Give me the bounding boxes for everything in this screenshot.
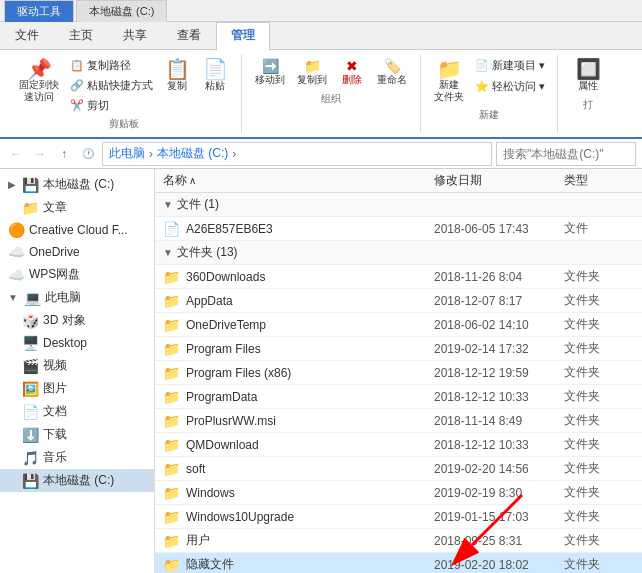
copy-to-label: 复制到 [297, 73, 327, 87]
folder-row-8[interactable]: 📁soft2019-02-20 14:56文件夹 [155, 457, 642, 481]
new-item-button[interactable]: 📄 新建项目 ▾ [471, 56, 549, 75]
folder-name-3: Program Files [186, 342, 434, 356]
path-computer[interactable]: 此电脑 [109, 145, 145, 162]
cut-button[interactable]: ✂️ 剪切 [66, 96, 157, 115]
folder-date-1: 2018-12-07 8:17 [434, 294, 564, 308]
folder-date-2: 2018-06-02 14:10 [434, 318, 564, 332]
folder-name-8: soft [186, 462, 434, 476]
tab-share[interactable]: 共享 [108, 22, 162, 49]
sidebar-item-pictures[interactable]: 🖼️ 图片 [0, 377, 154, 400]
tab-file[interactable]: 文件 [0, 22, 54, 49]
folder-row-2[interactable]: 📁OneDriveTemp2018-06-02 14:10文件夹 [155, 313, 642, 337]
copy-path-button[interactable]: 📋 复制路径 [66, 56, 157, 75]
search-input[interactable] [496, 142, 636, 166]
folder-row-6[interactable]: 📁ProPlusrWW.msi2018-11-14 8:49文件夹 [155, 409, 642, 433]
up-button[interactable]: ↑ [54, 144, 74, 164]
folder-icon-2: 📁 [163, 317, 180, 333]
new-folder-button[interactable]: 📁 新建文件夹 [429, 56, 469, 106]
music-icon: 🎵 [22, 450, 39, 466]
sidebar-item-creative-cloud[interactable]: 🟠 Creative Cloud F... [0, 219, 154, 241]
folder-row-11[interactable]: 📁用户2018-09-25 8:31文件夹 [155, 529, 642, 553]
sidebar-item-c-drive[interactable]: 💾 本地磁盘 (C:) [0, 469, 154, 492]
new-label: 新建 [479, 108, 499, 122]
pin-icon: 📌 [27, 59, 52, 79]
sidebar-label-6: 3D 对象 [43, 312, 86, 329]
sidebar-item-music[interactable]: 🎵 音乐 [0, 446, 154, 469]
creative-cloud-icon: 🟠 [8, 222, 25, 238]
folder-row-10[interactable]: 📁Windows10Upgrade2019-01-15 17:03文件夹 [155, 505, 642, 529]
paste-button[interactable]: 📄 粘贴 [197, 56, 233, 115]
copy-button[interactable]: 📋 复制 [159, 56, 195, 115]
paste-shortcut-button[interactable]: 🔗 粘贴快捷方式 [66, 76, 157, 95]
folder-row-7[interactable]: 📁QMDownload2018-12-12 10:33文件夹 [155, 433, 642, 457]
section-label-files: 文件 (1) [177, 196, 219, 213]
downloads-icon: ⬇️ [22, 427, 39, 443]
file-row-0[interactable]: 📄 A26E857EB6E3 2018-06-05 17:43 文件 [155, 217, 642, 241]
folder-type-2: 文件夹 [564, 316, 634, 333]
open-label: 打 [583, 98, 593, 112]
expand-icon-0: ▶ [8, 179, 16, 190]
delete-button[interactable]: ✖ 删除 [334, 56, 370, 90]
folder-name-12: 隐藏文件 [186, 556, 434, 573]
col-date-header[interactable]: 修改日期 [434, 172, 564, 189]
folder-row-3[interactable]: 📁Program Files2019-02-14 17:32文件夹 [155, 337, 642, 361]
easy-access-icon: ⭐ [475, 80, 489, 93]
sidebar-item-local-disk[interactable]: ▶ 💾 本地磁盘 (C:) [0, 173, 154, 196]
folder-row-1[interactable]: 📁AppData2018-12-07 8:17文件夹 [155, 289, 642, 313]
sidebar-item-downloads[interactable]: ⬇️ 下载 [0, 423, 154, 446]
folder-type-12: 文件夹 [564, 556, 634, 573]
folder-icon-0: 📁 [163, 269, 180, 285]
ribbon-group-new: 📁 新建文件夹 📄 新建项目 ▾ ⭐ 轻松访问 ▾ 新建 [421, 54, 558, 133]
col-name-header[interactable]: 名称 ∧ [163, 172, 434, 189]
recent-button[interactable]: 🕐 [78, 144, 98, 164]
section-header-folders[interactable]: ▼ 文件夹 (13) [155, 241, 642, 265]
documents-icon: 📄 [22, 404, 39, 420]
section-label-folders: 文件夹 (13) [177, 244, 238, 261]
folder-row-0[interactable]: 📁360Downloads2018-11-26 8:04文件夹 [155, 265, 642, 289]
sidebar-item-this-pc[interactable]: ▼ 💻 此电脑 [0, 286, 154, 309]
folder-row-12[interactable]: 📁隐藏文件2019-02-20 18:02文件夹 [155, 553, 642, 573]
sidebar-label-8: 视频 [43, 357, 67, 374]
forward-button[interactable]: → [30, 144, 50, 164]
back-button[interactable]: ← [6, 144, 26, 164]
folder-row-9[interactable]: 📁Windows2019-02-19 8:30文件夹 [155, 481, 642, 505]
folder-name-2: OneDriveTemp [186, 318, 434, 332]
sidebar-item-3d[interactable]: 🎲 3D 对象 [0, 309, 154, 332]
rename-button[interactable]: 🏷️ 重命名 [372, 56, 412, 90]
pin-quick-access-button[interactable]: 📌 固定到快速访问 [14, 56, 64, 115]
copy-to-icon: 📁 [304, 59, 321, 73]
sidebar-item-documents[interactable]: 📄 文档 [0, 400, 154, 423]
folder-row-4[interactable]: 📁Program Files (x86)2018-12-12 19:59文件夹 [155, 361, 642, 385]
sidebar-item-wps[interactable]: ☁️ WPS网盘 [0, 263, 154, 286]
folder-row-5[interactable]: 📁ProgramData2018-12-12 10:33文件夹 [155, 385, 642, 409]
sidebar-item-articles[interactable]: 📁 文章 [0, 196, 154, 219]
file-header: 名称 ∧ 修改日期 类型 [155, 169, 642, 193]
rename-icon: 🏷️ [384, 59, 401, 73]
section-header-files[interactable]: ▼ 文件 (1) [155, 193, 642, 217]
path-disk[interactable]: 本地磁盘 (C:) [157, 145, 228, 162]
move-to-button[interactable]: ➡️ 移动到 [250, 56, 290, 90]
organize-label: 组织 [321, 92, 341, 106]
col-type-header[interactable]: 类型 [564, 172, 634, 189]
clipboard-label: 剪贴板 [109, 117, 139, 131]
tab-view[interactable]: 查看 [162, 22, 216, 49]
easy-access-button[interactable]: ⭐ 轻松访问 ▾ [471, 77, 549, 96]
copy-to-button[interactable]: 📁 复制到 [292, 56, 332, 90]
cut-label: 剪切 [87, 98, 109, 113]
tab-drive-tools[interactable]: 驱动工具 [4, 0, 74, 22]
sidebar-item-desktop[interactable]: 🖥️ Desktop [0, 332, 154, 354]
move-label: 移动到 [255, 73, 285, 87]
c-drive-icon: 💾 [22, 473, 39, 489]
tab-local-disk[interactable]: 本地磁盘 (C:) [76, 0, 167, 22]
folder-icon-7: 📁 [163, 437, 180, 453]
sidebar-label-10: 文档 [43, 403, 67, 420]
properties-button[interactable]: 🔲 属性 [570, 56, 606, 96]
tab-home[interactable]: 主页 [54, 22, 108, 49]
address-path[interactable]: 此电脑 › 本地磁盘 (C:) › [102, 142, 492, 166]
ribbon-content: 📌 固定到快速访问 📋 复制路径 🔗 粘贴快捷方式 [0, 49, 642, 137]
sidebar-item-onedrive[interactable]: ☁️ OneDrive [0, 241, 154, 263]
sidebar-item-video[interactable]: 🎬 视频 [0, 354, 154, 377]
tab-manage[interactable]: 管理 [216, 22, 270, 50]
folder-icon-12: 📁 [163, 557, 180, 573]
this-pc-icon: 💻 [24, 290, 41, 306]
